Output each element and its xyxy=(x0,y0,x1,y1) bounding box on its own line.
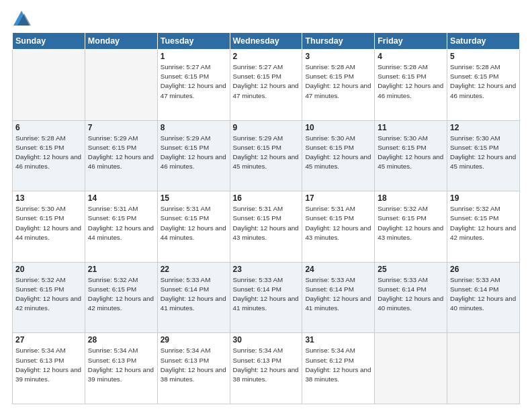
day-number: 15 xyxy=(161,193,227,203)
day-number: 21 xyxy=(88,265,154,274)
calendar-week-row-4: 20Sunrise: 5:32 AMSunset: 6:15 PMDayligh… xyxy=(13,262,520,333)
calendar-cell: 11Sunrise: 5:30 AMSunset: 6:15 PMDayligh… xyxy=(375,120,447,191)
calendar-week-row-3: 13Sunrise: 5:30 AMSunset: 6:15 PMDayligh… xyxy=(13,191,520,263)
calendar-cell: 4Sunrise: 5:28 AMSunset: 6:15 PMDaylight… xyxy=(375,50,447,121)
calendar-cell: 9Sunrise: 5:29 AMSunset: 6:15 PMDaylight… xyxy=(230,120,302,191)
day-number: 12 xyxy=(450,123,517,132)
calendar-header-friday: Friday xyxy=(375,33,447,50)
calendar-cell: 21Sunrise: 5:32 AMSunset: 6:15 PMDayligh… xyxy=(85,262,157,333)
day-number: 16 xyxy=(233,193,300,203)
day-number: 18 xyxy=(378,193,444,203)
day-info: Sunrise: 5:32 AMSunset: 6:15 PMDaylight:… xyxy=(450,204,517,242)
calendar-cell: 22Sunrise: 5:33 AMSunset: 6:14 PMDayligh… xyxy=(157,262,230,333)
day-number: 7 xyxy=(88,123,154,132)
day-info: Sunrise: 5:28 AMSunset: 6:15 PMDaylight:… xyxy=(450,62,517,101)
calendar-cell: 3Sunrise: 5:28 AMSunset: 6:15 PMDaylight… xyxy=(302,50,375,121)
day-number: 24 xyxy=(305,265,371,274)
calendar-cell xyxy=(85,50,157,121)
calendar-header-wednesday: Wednesday xyxy=(230,33,302,50)
calendar-cell: 29Sunrise: 5:34 AMSunset: 6:13 PMDayligh… xyxy=(157,333,230,404)
day-info: Sunrise: 5:32 AMSunset: 6:15 PMDaylight:… xyxy=(378,204,444,242)
calendar-cell: 18Sunrise: 5:32 AMSunset: 6:15 PMDayligh… xyxy=(375,191,447,263)
calendar-table: SundayMondayTuesdayWednesdayThursdayFrid… xyxy=(12,32,520,404)
logo xyxy=(12,9,32,28)
day-info: Sunrise: 5:31 AMSunset: 6:15 PMDaylight:… xyxy=(88,204,154,242)
day-info: Sunrise: 5:32 AMSunset: 6:15 PMDaylight:… xyxy=(15,275,82,314)
day-number: 6 xyxy=(15,123,82,132)
day-info: Sunrise: 5:28 AMSunset: 6:15 PMDaylight:… xyxy=(378,62,444,101)
day-number: 23 xyxy=(233,265,300,274)
calendar-week-row-1: 1Sunrise: 5:27 AMSunset: 6:15 PMDaylight… xyxy=(13,50,520,121)
day-number: 3 xyxy=(305,52,371,61)
day-number: 1 xyxy=(161,52,227,61)
day-info: Sunrise: 5:29 AMSunset: 6:15 PMDaylight:… xyxy=(161,134,227,172)
day-number: 9 xyxy=(233,123,300,132)
day-info: Sunrise: 5:33 AMSunset: 6:14 PMDaylight:… xyxy=(233,275,300,314)
day-number: 10 xyxy=(305,123,371,132)
day-info: Sunrise: 5:28 AMSunset: 6:15 PMDaylight:… xyxy=(305,62,371,101)
day-info: Sunrise: 5:27 AMSunset: 6:15 PMDaylight:… xyxy=(233,62,300,101)
day-info: Sunrise: 5:34 AMSunset: 6:13 PMDaylight:… xyxy=(15,346,82,384)
day-info: Sunrise: 5:34 AMSunset: 6:13 PMDaylight:… xyxy=(161,346,227,384)
calendar-header-sunday: Sunday xyxy=(13,33,85,50)
calendar-cell: 24Sunrise: 5:33 AMSunset: 6:14 PMDayligh… xyxy=(302,262,375,333)
day-number: 19 xyxy=(450,193,517,203)
calendar-cell: 13Sunrise: 5:30 AMSunset: 6:15 PMDayligh… xyxy=(13,191,85,263)
day-number: 5 xyxy=(450,52,517,61)
day-info: Sunrise: 5:32 AMSunset: 6:15 PMDaylight:… xyxy=(88,275,154,314)
day-info: Sunrise: 5:34 AMSunset: 6:13 PMDaylight:… xyxy=(233,346,300,384)
day-number: 31 xyxy=(305,335,371,345)
day-info: Sunrise: 5:31 AMSunset: 6:15 PMDaylight:… xyxy=(305,204,371,242)
day-number: 25 xyxy=(378,265,444,274)
day-info: Sunrise: 5:33 AMSunset: 6:14 PMDaylight:… xyxy=(305,275,371,314)
day-info: Sunrise: 5:27 AMSunset: 6:15 PMDaylight:… xyxy=(161,62,227,101)
calendar-cell: 14Sunrise: 5:31 AMSunset: 6:15 PMDayligh… xyxy=(85,191,157,263)
day-number: 14 xyxy=(88,193,154,203)
day-info: Sunrise: 5:31 AMSunset: 6:15 PMDaylight:… xyxy=(161,204,227,242)
day-info: Sunrise: 5:29 AMSunset: 6:15 PMDaylight:… xyxy=(233,134,300,172)
calendar-week-row-5: 27Sunrise: 5:34 AMSunset: 6:13 PMDayligh… xyxy=(13,333,520,404)
page: SundayMondayTuesdayWednesdayThursdayFrid… xyxy=(0,0,532,411)
day-info: Sunrise: 5:30 AMSunset: 6:15 PMDaylight:… xyxy=(450,134,517,172)
day-info: Sunrise: 5:30 AMSunset: 6:15 PMDaylight:… xyxy=(378,134,444,172)
calendar-cell: 17Sunrise: 5:31 AMSunset: 6:15 PMDayligh… xyxy=(302,191,375,263)
day-info: Sunrise: 5:34 AMSunset: 6:12 PMDaylight:… xyxy=(305,346,371,384)
day-number: 26 xyxy=(450,265,517,274)
calendar-cell: 26Sunrise: 5:33 AMSunset: 6:14 PMDayligh… xyxy=(447,262,520,333)
calendar-cell: 30Sunrise: 5:34 AMSunset: 6:13 PMDayligh… xyxy=(230,333,302,404)
day-number: 30 xyxy=(233,335,300,345)
day-number: 22 xyxy=(161,265,227,274)
calendar-cell: 6Sunrise: 5:28 AMSunset: 6:15 PMDaylight… xyxy=(13,120,85,191)
day-number: 2 xyxy=(233,52,300,61)
calendar-cell: 1Sunrise: 5:27 AMSunset: 6:15 PMDaylight… xyxy=(157,50,230,121)
day-number: 13 xyxy=(15,193,82,203)
day-number: 28 xyxy=(88,335,154,345)
day-number: 17 xyxy=(305,193,371,203)
day-info: Sunrise: 5:29 AMSunset: 6:15 PMDaylight:… xyxy=(88,134,154,172)
day-info: Sunrise: 5:31 AMSunset: 6:15 PMDaylight:… xyxy=(233,204,300,242)
header xyxy=(12,7,520,28)
calendar-header-thursday: Thursday xyxy=(302,33,375,50)
calendar-cell: 23Sunrise: 5:33 AMSunset: 6:14 PMDayligh… xyxy=(230,262,302,333)
day-info: Sunrise: 5:30 AMSunset: 6:15 PMDaylight:… xyxy=(305,134,371,172)
calendar-cell: 28Sunrise: 5:34 AMSunset: 6:13 PMDayligh… xyxy=(85,333,157,404)
calendar-cell xyxy=(447,333,520,404)
calendar-cell: 20Sunrise: 5:32 AMSunset: 6:15 PMDayligh… xyxy=(13,262,85,333)
day-info: Sunrise: 5:33 AMSunset: 6:14 PMDaylight:… xyxy=(378,275,444,314)
calendar-cell: 16Sunrise: 5:31 AMSunset: 6:15 PMDayligh… xyxy=(230,191,302,263)
calendar-cell: 25Sunrise: 5:33 AMSunset: 6:14 PMDayligh… xyxy=(375,262,447,333)
day-number: 8 xyxy=(161,123,227,132)
day-info: Sunrise: 5:33 AMSunset: 6:14 PMDaylight:… xyxy=(161,275,227,314)
day-number: 4 xyxy=(378,52,444,61)
calendar-cell: 2Sunrise: 5:27 AMSunset: 6:15 PMDaylight… xyxy=(230,50,302,121)
day-number: 27 xyxy=(15,335,82,345)
calendar-cell xyxy=(13,50,85,121)
calendar-cell: 15Sunrise: 5:31 AMSunset: 6:15 PMDayligh… xyxy=(157,191,230,263)
calendar-header-monday: Monday xyxy=(85,33,157,50)
calendar-cell: 8Sunrise: 5:29 AMSunset: 6:15 PMDaylight… xyxy=(157,120,230,191)
day-info: Sunrise: 5:33 AMSunset: 6:14 PMDaylight:… xyxy=(450,275,517,314)
day-number: 29 xyxy=(161,335,227,345)
day-info: Sunrise: 5:34 AMSunset: 6:13 PMDaylight:… xyxy=(88,346,154,384)
calendar-cell: 7Sunrise: 5:29 AMSunset: 6:15 PMDaylight… xyxy=(85,120,157,191)
calendar-cell: 12Sunrise: 5:30 AMSunset: 6:15 PMDayligh… xyxy=(447,120,520,191)
